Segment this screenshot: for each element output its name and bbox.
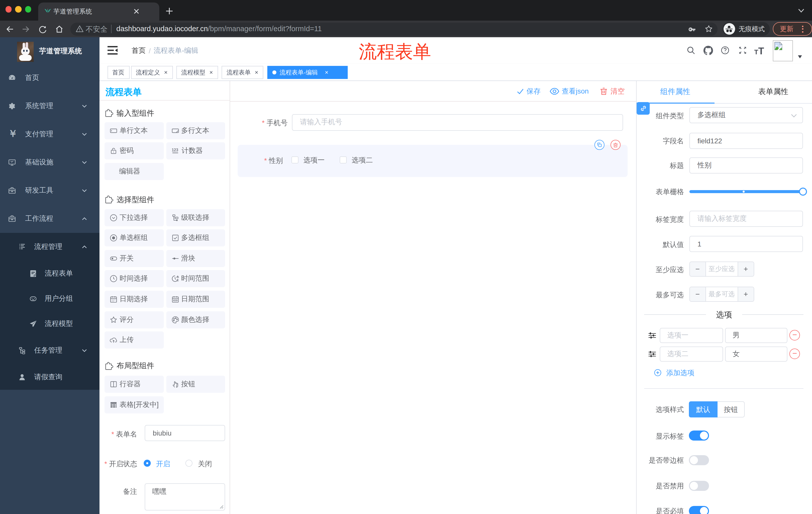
svg-text:123: 123 bbox=[171, 148, 178, 152]
